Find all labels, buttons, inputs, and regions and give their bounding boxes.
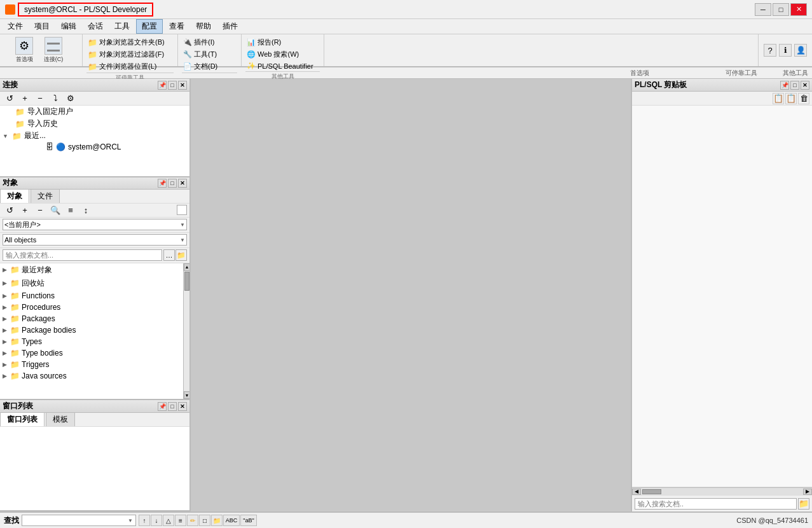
find-next-btn[interactable]: ↓ bbox=[151, 515, 162, 526]
conn-import[interactable]: ⤵ bbox=[48, 92, 62, 105]
tree-item-recent-objects[interactable]: ▶ 📁 最近对象 bbox=[0, 263, 183, 277]
tree-item-packages[interactable]: ▶ 📁 Packages bbox=[0, 313, 183, 324]
tree-item-functions[interactable]: ▶ 📁 Functions bbox=[0, 290, 183, 302]
objects-panel: 对象 📌 □ ✕ 对象 文件 ↺ + − 🔍 bbox=[0, 177, 189, 400]
conn-remove[interactable]: − bbox=[33, 92, 47, 105]
obj-sort[interactable]: ↕ bbox=[79, 204, 93, 216]
minimize-button[interactable]: ─ bbox=[755, 3, 771, 16]
scroll-thumb[interactable] bbox=[184, 272, 189, 291]
scope-filter-dropdown[interactable]: All objects ▼ bbox=[3, 234, 187, 246]
tree-item-type-bodies[interactable]: ▶ 📁 Type bodies bbox=[0, 347, 183, 359]
clipboard-paste-btn[interactable]: 📋 bbox=[785, 93, 797, 104]
clipboard-toolbar: 📋 📋 🗑 bbox=[632, 92, 812, 106]
tree-item-procedures[interactable]: ▶ 📁 Procedures bbox=[0, 302, 183, 313]
tree-item-recycle[interactable]: ▶ 📁 回收站 bbox=[0, 277, 183, 290]
connection-panel-pin[interactable]: 📌 bbox=[158, 81, 167, 90]
tab-files[interactable]: 文件 bbox=[31, 189, 60, 203]
info-icon[interactable]: ℹ bbox=[779, 44, 792, 57]
obj-search-go[interactable]: 🔍 bbox=[48, 204, 62, 216]
scroll-left-btn[interactable]: ◀ bbox=[632, 489, 641, 495]
config-object-browser-filter[interactable]: 📁 对象浏览器过滤器(F) bbox=[86, 49, 174, 60]
obj-refresh[interactable]: ↺ bbox=[3, 204, 17, 216]
conn-import-history[interactable]: 📁 导入历史 bbox=[0, 118, 189, 130]
find-case-btn[interactable]: "aB" bbox=[240, 515, 257, 526]
tree-item-types[interactable]: ▶ 📁 Types bbox=[0, 336, 183, 347]
clipboard-clear-btn[interactable]: 🗑 bbox=[798, 93, 809, 104]
menu-edit[interactable]: 编辑 bbox=[56, 20, 81, 33]
conn-import-fixed[interactable]: 📁 导入固定用户 bbox=[0, 106, 189, 118]
search-browse-button[interactable]: 📁 bbox=[175, 249, 187, 261]
tree-item-triggers[interactable]: ▶ 📁 Triggers bbox=[0, 359, 183, 370]
find-list-btn[interactable]: ≡ bbox=[175, 515, 186, 526]
config-object-browser-folder[interactable]: 📁 对象浏览器文件夹(B) bbox=[86, 37, 174, 48]
find-up-btn[interactable]: △ bbox=[163, 515, 174, 526]
conn-system-orcl[interactable]: 🗄 🔵 system@ORCL bbox=[0, 142, 189, 152]
clipboard-scrollbar-h[interactable]: ◀ ▶ bbox=[632, 487, 812, 495]
tree-item-java-sources[interactable]: ▶ 📁 Java sources bbox=[0, 370, 183, 382]
maximize-button[interactable]: □ bbox=[773, 3, 789, 16]
conn-options[interactable]: ⚙ bbox=[64, 92, 78, 105]
tab-objects[interactable]: 对象 bbox=[0, 189, 29, 203]
obj-panel-resize[interactable] bbox=[177, 205, 187, 215]
menu-config[interactable]: 配置 bbox=[136, 19, 163, 34]
conn-add[interactable]: + bbox=[18, 92, 32, 105]
find-box-btn[interactable]: □ bbox=[199, 515, 210, 526]
config-reports[interactable]: 📊 报告(R) bbox=[245, 37, 320, 48]
close-button[interactable]: ✕ bbox=[790, 3, 807, 16]
connection-panel-close[interactable]: ✕ bbox=[178, 81, 187, 90]
menu-tools[interactable]: 工具 bbox=[109, 20, 135, 33]
conn-recent[interactable]: ▼ 📁 最近... bbox=[0, 130, 189, 142]
obj-add[interactable]: + bbox=[18, 204, 32, 216]
scroll-down-btn[interactable]: ▼ bbox=[184, 391, 189, 399]
objects-search-input[interactable] bbox=[3, 249, 162, 261]
obj-remove[interactable]: − bbox=[33, 204, 47, 216]
clipboard-search-btn[interactable]: 📁 bbox=[798, 498, 809, 510]
help-icon[interactable]: ? bbox=[764, 44, 776, 57]
objects-panel-close[interactable]: ✕ bbox=[178, 179, 187, 188]
menu-session[interactable]: 会话 bbox=[83, 20, 108, 33]
winlist-close[interactable]: ✕ bbox=[178, 402, 187, 411]
winlist-float[interactable]: □ bbox=[168, 402, 177, 411]
clipboard-search-input[interactable] bbox=[635, 498, 797, 510]
user-filter-dropdown[interactable]: <当前用户> ▼ bbox=[3, 219, 187, 230]
folder-recycle: 📁 bbox=[10, 279, 20, 288]
preferences-button[interactable]: ⚙ 首选项 bbox=[13, 37, 36, 64]
scroll-up-btn[interactable]: ▲ bbox=[184, 263, 189, 271]
search-more-button[interactable]: … bbox=[163, 249, 175, 261]
h-scroll-thumb[interactable] bbox=[642, 489, 661, 494]
config-file-browser-location[interactable]: 📁 文件浏览器位置(L) bbox=[86, 61, 174, 72]
objects-scrollbar[interactable]: ▲ ▼ bbox=[183, 263, 189, 399]
tab-template[interactable]: 模板 bbox=[46, 412, 75, 426]
config-plugins[interactable]: 🔌 插件(I) bbox=[182, 37, 237, 48]
winlist-pin[interactable]: 📌 bbox=[158, 402, 167, 411]
objects-panel-float[interactable]: □ bbox=[168, 179, 177, 188]
tree-item-package-bodies[interactable]: ▶ 📁 Package bodies bbox=[0, 324, 183, 336]
clipboard-pin[interactable]: 📌 bbox=[780, 81, 789, 90]
conn-refresh[interactable]: ↺ bbox=[3, 92, 17, 105]
config-tools[interactable]: 🔧 工具(T) bbox=[182, 49, 237, 60]
scroll-right-btn[interactable]: ▶ bbox=[803, 489, 812, 495]
find-highlight-btn[interactable]: ✏ bbox=[187, 515, 198, 526]
menu-plugin[interactable]: 插件 bbox=[217, 20, 243, 33]
find-folder-btn[interactable]: 📁 bbox=[211, 515, 223, 526]
clipboard-float[interactable]: □ bbox=[790, 81, 799, 90]
config-web-search[interactable]: 🌐 Web 搜索(W) bbox=[245, 49, 320, 60]
arrow-packages: ▶ bbox=[3, 316, 7, 322]
menu-file[interactable]: 文件 bbox=[3, 20, 28, 33]
bottom-search-dropdown[interactable]: ▼ bbox=[22, 515, 136, 526]
clipboard-close[interactable]: ✕ bbox=[801, 81, 809, 90]
tab-window-list[interactable]: 窗口列表 bbox=[0, 412, 45, 426]
find-abc-btn[interactable]: ABC bbox=[223, 515, 240, 526]
clipboard-copy-btn[interactable]: 📋 bbox=[773, 93, 784, 104]
connect-button[interactable]: ▬▬ ▬▬ 连接(C) bbox=[38, 37, 69, 64]
find-prev-btn[interactable]: ↑ bbox=[139, 515, 150, 526]
objects-panel-pin[interactable]: 📌 bbox=[158, 179, 167, 188]
user-icon[interactable]: 👤 bbox=[794, 44, 807, 57]
menu-help[interactable]: 帮助 bbox=[191, 20, 216, 33]
config-documents[interactable]: 📄 文档(D) bbox=[182, 61, 237, 72]
menu-project[interactable]: 项目 bbox=[29, 20, 55, 33]
obj-filter[interactable]: ≡ bbox=[64, 204, 78, 216]
config-plsql-beautifier[interactable]: ✨ PL/SQL Beautifier bbox=[245, 61, 320, 71]
connection-panel-float[interactable]: □ bbox=[168, 81, 177, 90]
menu-view[interactable]: 查看 bbox=[164, 20, 189, 33]
